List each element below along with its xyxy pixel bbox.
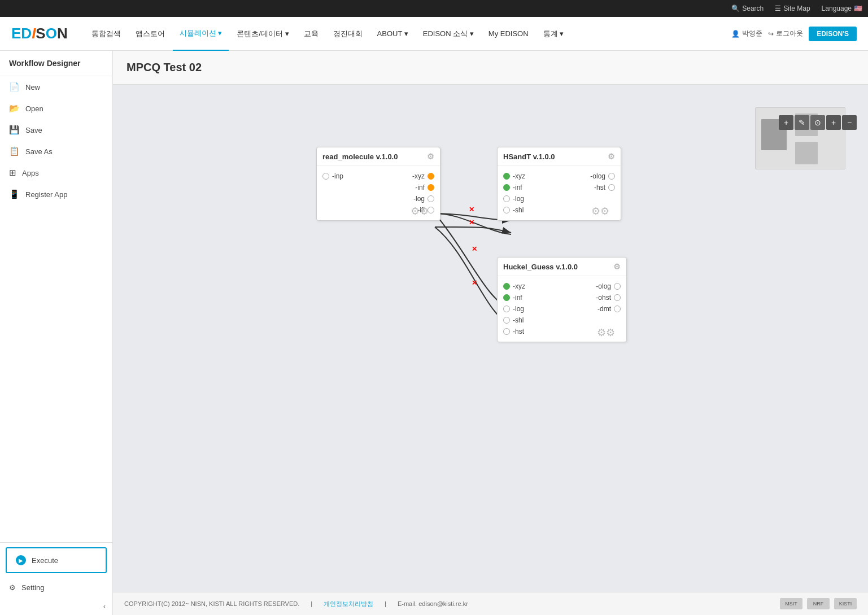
huckel-settings-gear: ⚙⚙ [597, 326, 615, 339]
sitemap-topbar[interactable]: ☰ Site Map [775, 5, 810, 12]
hsandt-olog-dot [608, 173, 615, 180]
minimap-plus-btn[interactable]: + [779, 115, 793, 130]
huckel-port-xyz: -xyz -olog [498, 281, 626, 292]
nav-item-appstore[interactable]: 앱스토어 [129, 17, 172, 51]
node-hsandt-settings[interactable]: ⚙ [608, 152, 615, 161]
sidebar-item-apps[interactable]: ⊞ Apps [0, 162, 112, 184]
execute-button[interactable]: ▶ Execute [6, 547, 107, 573]
log-label: -log [413, 195, 425, 203]
huckel-log-label: -log [513, 305, 524, 313]
top-bar: 🔍 Search ☰ Site Map Language 🇺🇸 [0, 0, 868, 17]
hsandt-inf-label: -inf [513, 184, 522, 191]
node-read-molecule-settings[interactable]: ⚙ [427, 152, 434, 161]
minimap-edit-btn[interactable]: ✎ [795, 115, 809, 130]
node-read-molecule-title: read_molecule v.1.0.0 [322, 152, 398, 161]
hsandt-shl-in-dot [503, 207, 510, 213]
huckel-inf-label: -inf [513, 294, 522, 302]
nav-item-content[interactable]: 콘텐츠/데이터 ▾ [230, 17, 295, 51]
nav-item-myedison[interactable]: My EDISON [482, 17, 535, 51]
sitemap-icon: ☰ [775, 5, 781, 12]
sidebar-item-new[interactable]: 📄 New [0, 76, 112, 98]
hsandt-olog-label: -olog [590, 172, 605, 180]
nav-item-education[interactable]: 교육 [297, 17, 325, 51]
chevron-left-icon: ‹ [103, 602, 106, 610]
svg-text:✕: ✕ [469, 219, 474, 226]
navbar: EDISON 통합검색 앱스토어 시뮬레이션 ▾ 콘텐츠/데이터 ▾ 교육 경진… [0, 17, 868, 51]
play-icon: ▶ [16, 555, 26, 565]
nav-right: 👤 박영준 ↪ 로그아웃 EDISON'S [731, 27, 857, 41]
sidebar-register-label: Register App [25, 190, 67, 199]
search-label: Search [742, 5, 764, 12]
settings-gear-icon: ⚙⚙ [411, 205, 429, 217]
nav-item-contest[interactable]: 경진대회 [326, 17, 369, 51]
minimap-minus-btn[interactable]: − [842, 115, 857, 130]
sidebar-save-label: Save [25, 126, 42, 134]
node-hsandt-title: HSandT v.1.0.0 [503, 152, 555, 161]
xyz-label: -xyz [412, 172, 425, 180]
minimap-target-btn[interactable]: ⊙ [810, 115, 825, 130]
sidebar: Workflow Designer 📄 New 📂 Open 💾 Save 📋 … [0, 51, 113, 615]
node-huckel-title: Huckel_Guess v.1.0.0 [503, 263, 578, 271]
sidebar-item-register[interactable]: 📱 Register App [0, 184, 112, 205]
sidebar-title: Workflow Designer [0, 51, 112, 76]
save-icon: 💾 [9, 125, 20, 135]
node-huckel-settings[interactable]: ⚙ [613, 262, 621, 271]
node-read-molecule-body: -inp -xyz -inf [317, 166, 440, 220]
nav-item-search[interactable]: 통합검색 [85, 17, 128, 51]
node-read-molecule[interactable]: read_molecule v.1.0.0 ⚙ -inp -xyz [316, 147, 440, 221]
setting-item[interactable]: ⚙ Setting [0, 578, 112, 597]
node-huckel-body: -xyz -olog -inf -ohst [498, 276, 626, 342]
sidebar-bottom: ▶ Execute ⚙ Setting ‹ [0, 542, 112, 615]
nav-item-about[interactable]: ABOUT ▾ [370, 17, 415, 51]
node-huckel-header: Huckel_Guess v.1.0.0 ⚙ [498, 258, 626, 276]
node-huckel[interactable]: Huckel_Guess v.1.0.0 ⚙ -xyz -olog [497, 257, 627, 342]
workflow-canvas[interactable]: ✕ ✕ ✕ ✕ read_molecule v.1.0.0 ⚙ -inp [113, 85, 868, 592]
huckel-dmt-dot [614, 306, 621, 312]
logo-msit: MSIT [780, 598, 802, 609]
hsandt-log-label: -log [513, 195, 524, 203]
nav-item-simulation[interactable]: 시뮬레이션 ▾ [173, 17, 229, 51]
huckel-shl-label: -shl [513, 316, 524, 324]
logo-nrf: NRF [807, 598, 830, 609]
user-name: 박영준 [742, 29, 762, 38]
hsandt-hst-label: -hst [594, 184, 605, 191]
language-topbar[interactable]: Language 🇺🇸 [822, 5, 862, 12]
hsandt-inf-in-dot [503, 184, 510, 191]
log-out-dot [428, 195, 434, 202]
hsandt-xyz-in-dot [503, 173, 510, 180]
sidebar-item-save[interactable]: 💾 Save [0, 119, 112, 141]
footer-logos: MSIT NRF KISTI [780, 598, 857, 609]
inp-label: -inp [332, 172, 343, 180]
footer-privacy[interactable]: 개인정보처리방침 [324, 600, 373, 608]
sidebar-item-saveas[interactable]: 📋 Save As [0, 141, 112, 162]
user-menu[interactable]: 👤 박영준 [731, 29, 762, 38]
node-read-molecule-header: read_molecule v.1.0.0 ⚙ [317, 147, 440, 166]
edisons-button[interactable]: EDISON'S [809, 27, 857, 41]
sidebar-open-label: Open [25, 104, 43, 113]
port-inp: -inp -xyz [317, 171, 440, 182]
logo-kisti: KISTI [834, 598, 857, 609]
search-topbar[interactable]: 🔍 Search [731, 5, 764, 12]
port-inf-out: -inf [317, 182, 440, 193]
footer: COPYRIGHT(C) 2012~ NISN, KISTI ALL RIGHT… [113, 592, 868, 615]
nav-item-news[interactable]: EDISON 소식 ▾ [416, 17, 481, 51]
register-icon: 📱 [9, 189, 20, 199]
language-label: Language [822, 5, 852, 12]
logo[interactable]: EDISON [11, 25, 68, 42]
hsandt-port-xyz: -xyz -olog [498, 171, 621, 182]
node-hsandt-header: HSandT v.1.0.0 ⚙ [498, 147, 621, 166]
port-log-out: -log [317, 193, 440, 204]
huckel-olog-dot [614, 283, 621, 290]
minimap-plus2-btn[interactable]: + [826, 115, 841, 130]
hsandt-log-in-dot [503, 195, 510, 202]
sidebar-saveas-label: Save As [25, 147, 53, 156]
nav-item-stats[interactable]: 통계 ▾ [536, 17, 571, 51]
huckel-ohst-label: -ohst [596, 294, 611, 302]
huckel-olog-label: -olog [596, 282, 611, 290]
node-hsandt[interactable]: HSandT v.1.0.0 ⚙ -xyz -olog [497, 147, 621, 221]
huckel-xyz-in-dot [503, 283, 510, 290]
logout-btn[interactable]: ↪ 로그아웃 [768, 29, 803, 38]
collapse-button[interactable]: ‹ [0, 597, 112, 615]
xyz-out-dot [428, 173, 434, 180]
sidebar-item-open[interactable]: 📂 Open [0, 98, 112, 119]
